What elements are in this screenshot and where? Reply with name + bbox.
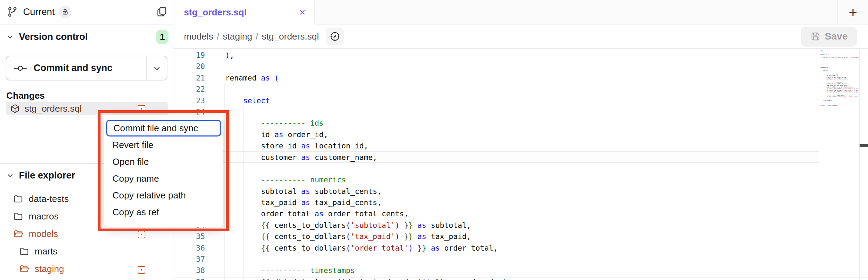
breadcrumb-separator: / bbox=[217, 31, 219, 42]
breadcrumb-part[interactable]: models bbox=[184, 31, 213, 42]
code-line[interactable]: 29 bbox=[174, 163, 868, 174]
save-icon bbox=[810, 31, 821, 42]
code-line[interactable]: 28 customer as customer_name, bbox=[174, 152, 868, 163]
open-folder-icon bbox=[13, 229, 23, 239]
version-control-title: Version control bbox=[19, 31, 88, 42]
code-line[interactable]: 38 ---------- timestamps bbox=[174, 265, 868, 276]
code-line[interactable]: 37 bbox=[174, 254, 868, 265]
ide-window: Current Version control 1 bbox=[0, 0, 868, 280]
changed-file-name: stg_orders.sql bbox=[25, 103, 82, 114]
minimap-line: {{ cents_to_dollars('order_total') }} as… bbox=[820, 91, 859, 93]
model-cube-icon bbox=[10, 104, 20, 114]
tabbar-separator bbox=[837, 0, 838, 24]
sidebar-item-staging[interactable]: staging bbox=[0, 260, 173, 278]
modified-indicator-icon bbox=[138, 266, 145, 274]
sidebar-item-marts[interactable]: marts bbox=[0, 243, 173, 260]
code-line[interactable]: 23 select bbox=[174, 95, 868, 106]
menu-item-revert-file[interactable]: Revert file bbox=[106, 136, 221, 153]
chevron-down-icon bbox=[153, 64, 161, 72]
scrollbar-handle[interactable] bbox=[860, 144, 868, 147]
modified-indicator-icon bbox=[138, 105, 145, 113]
open-folder-icon bbox=[19, 264, 29, 274]
code-lines: 19),2021renamed as (2223 select2425 ----… bbox=[174, 50, 868, 280]
code-line[interactable]: 27 store_id as location_id, bbox=[174, 140, 868, 152]
breadcrumb: models/staging/stg_orders.sql bbox=[184, 31, 322, 42]
line-number: 36 bbox=[174, 243, 205, 254]
folder-icon bbox=[19, 246, 29, 256]
line-number: 19 bbox=[174, 50, 205, 61]
code-line[interactable]: 21renamed as ( bbox=[174, 72, 868, 84]
folder-label: marts bbox=[35, 246, 57, 257]
commit-options-button[interactable] bbox=[147, 56, 167, 80]
code-line[interactable]: 26 id as order_id, bbox=[174, 129, 868, 140]
minimap[interactable]: withsource as ( select * from {{ source(… bbox=[820, 50, 859, 155]
folder-label: macros bbox=[29, 211, 58, 222]
breadcrumb-part[interactable]: stg_orders.sql bbox=[262, 31, 319, 42]
lineage-button[interactable] bbox=[326, 28, 344, 45]
tab-bar: stg_orders.sql × + bbox=[174, 0, 868, 24]
code-line[interactable]: 32 tax_paid as tax_paid_cents, bbox=[174, 197, 868, 208]
commit-and-sync-button[interactable]: Commit and sync bbox=[6, 56, 167, 80]
code-line[interactable]: 30 ---------- numerics bbox=[174, 174, 868, 186]
breadcrumb-separator: / bbox=[256, 31, 258, 42]
folder-icon bbox=[13, 194, 23, 204]
menu-item-copy-name[interactable]: Copy name bbox=[106, 170, 221, 187]
folder-label: models bbox=[29, 229, 58, 239]
menu-item-open-file[interactable]: Open file bbox=[106, 153, 221, 170]
minimap-line: select * from renamed bbox=[820, 105, 859, 106]
folder-icon bbox=[13, 211, 23, 221]
minimap-line: {{ dbt.date_trunc('day', 'ordered_at') }… bbox=[820, 96, 859, 98]
code-line[interactable]: 25 ---------- ids bbox=[174, 118, 868, 129]
compass-icon bbox=[330, 31, 340, 42]
line-number: 22 bbox=[174, 84, 205, 95]
minimap-line: select * from {{ source('ecom', 'raw_ord… bbox=[820, 57, 859, 59]
minimap-separator bbox=[859, 50, 860, 280]
line-number: 21 bbox=[174, 72, 205, 84]
menu-item-copy-as-ref[interactable]: Copy as ref bbox=[106, 204, 221, 220]
code-line[interactable]: 33 order_total as order_total_cents, bbox=[174, 208, 868, 219]
code-line[interactable]: 24 bbox=[174, 106, 868, 118]
code-editor[interactable]: 19),2021renamed as (2223 select2425 ----… bbox=[174, 50, 868, 280]
copy-icon bbox=[156, 6, 168, 18]
code-line[interactable]: 19), bbox=[174, 50, 868, 61]
folder-label: staging bbox=[35, 264, 64, 274]
line-number: 20 bbox=[174, 61, 205, 72]
folder-label: data-tests bbox=[29, 194, 69, 204]
line-number: 23 bbox=[174, 95, 205, 106]
branch-header: Current bbox=[0, 0, 173, 24]
chevron-down-icon bbox=[6, 33, 14, 41]
menu-item-commit-file-and-sync[interactable]: Commit file and sync bbox=[106, 120, 221, 136]
code-line[interactable]: 34 {{ cents_to_dollars('subtotal') }} as… bbox=[174, 220, 868, 231]
tab-label: stg_orders.sql bbox=[184, 7, 299, 18]
chevron-down-icon bbox=[6, 172, 14, 179]
copy-branch-button[interactable] bbox=[156, 6, 168, 18]
tab-stg-orders[interactable]: stg_orders.sql × bbox=[174, 0, 315, 24]
save-button[interactable]: Save bbox=[801, 27, 857, 47]
lock-icon bbox=[62, 8, 69, 15]
commit-and-sync-label: Commit and sync bbox=[34, 63, 112, 74]
new-tab-button[interactable]: + bbox=[845, 4, 861, 20]
commit-and-sync-main[interactable]: Commit and sync bbox=[6, 56, 146, 80]
git-commit-icon bbox=[13, 64, 27, 72]
file-action-bar: models/staging/stg_orders.sql Save bbox=[174, 24, 868, 49]
line-number: 37 bbox=[174, 254, 205, 265]
editor-bottom-border bbox=[174, 278, 868, 278]
sidebar-item-models[interactable]: models bbox=[0, 225, 173, 243]
line-number: 38 bbox=[174, 265, 205, 276]
code-line[interactable]: 35 {{ cents_to_dollars('tax_paid') }} as… bbox=[174, 231, 868, 242]
code-line[interactable]: 20 bbox=[174, 61, 868, 72]
code-line[interactable]: 22 bbox=[174, 84, 868, 95]
save-label: Save bbox=[825, 31, 848, 42]
code-line[interactable]: 31 subtotal as subtotal_cents, bbox=[174, 186, 868, 197]
close-tab-icon[interactable]: × bbox=[299, 7, 305, 18]
branch-name: Current bbox=[23, 7, 55, 18]
changes-count-badge: 1 bbox=[156, 30, 168, 44]
menu-item-copy-relative-path[interactable]: Copy relative path bbox=[106, 187, 221, 204]
version-control-header[interactable]: Version control 1 bbox=[0, 24, 173, 49]
breadcrumb-part[interactable]: staging bbox=[223, 31, 252, 42]
modified-indicator-icon bbox=[138, 231, 145, 238]
changes-title: Changes bbox=[6, 90, 45, 101]
git-branch-icon bbox=[7, 6, 18, 18]
line-number: 35 bbox=[174, 231, 205, 242]
code-line[interactable]: 36 {{ cents_to_dollars('order_total') }}… bbox=[174, 243, 868, 254]
